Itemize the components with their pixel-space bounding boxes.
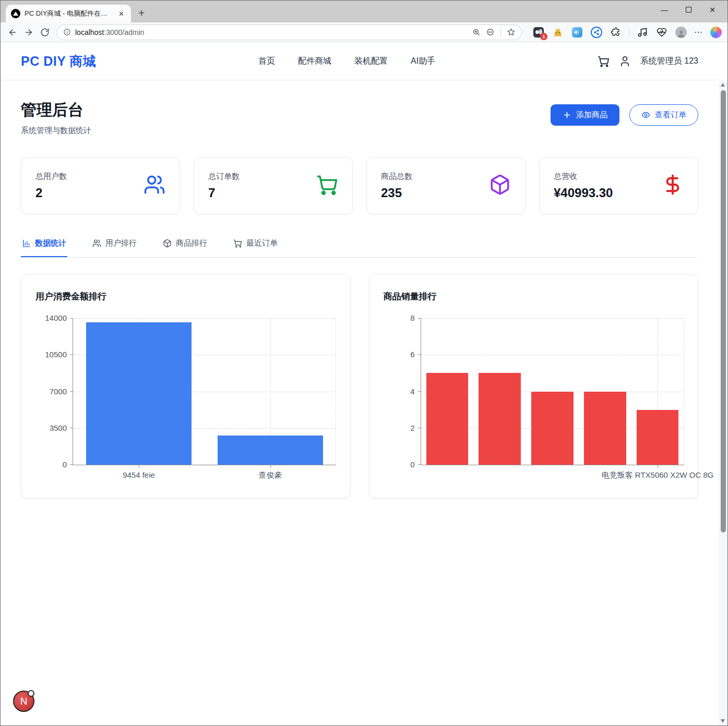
y-axis-tick — [70, 318, 73, 319]
stat-label: 商品总数 — [381, 172, 412, 182]
stat-card-users: 总用户数 2 — [21, 157, 180, 214]
cart-icon — [233, 239, 242, 248]
extension-music-icon[interactable] — [636, 26, 649, 39]
y-axis-tick — [70, 464, 73, 465]
y-axis-tick — [418, 428, 421, 428]
extension-wallet-icon[interactable]: 1 — [532, 26, 545, 39]
tab-data-statistics[interactable]: 数据统计 — [21, 237, 67, 257]
gridline — [73, 318, 336, 319]
stat-value: ¥40993.30 — [554, 186, 613, 200]
y-axis-tick-label: 4 — [410, 388, 414, 396]
y-axis-tick-label: 3500 — [50, 424, 67, 432]
browser-tab[interactable]: PC DIY商城 - 电脑配件在线选购 ✕ — [6, 5, 131, 22]
nav-item-ai-assistant[interactable]: AI助手 — [411, 56, 435, 67]
package-icon — [489, 174, 511, 198]
user-name[interactable]: 系统管理员 123 — [640, 56, 698, 67]
extension-tampermonkey-icon[interactable] — [552, 26, 564, 39]
y-axis-tick-label: 10500 — [45, 350, 67, 359]
x-axis-tick-label: 电竞叛客 RTX5060 X2W OC 8G — [602, 470, 714, 480]
x-axis-tick — [270, 465, 271, 468]
tab-user-ranking[interactable]: 用户排行 — [91, 237, 138, 257]
user-icon[interactable] — [619, 55, 631, 67]
site-info-icon[interactable] — [63, 28, 71, 36]
cart-icon — [316, 174, 338, 198]
vertical-scrollbar[interactable] — [719, 80, 727, 725]
user-spending-bar-chart: 03500700010500140009454 feie查俊豪 — [73, 318, 336, 465]
chart-card-user-spending: 用户消费金额排行 03500700010500140009454 feie查俊豪 — [21, 274, 351, 499]
chart-card-product-sales: 商品销量排行 02468电竞叛客 RTX5060 X2W OC 8G — [369, 274, 699, 499]
divider — [629, 28, 629, 37]
tab-favicon-icon — [11, 9, 20, 18]
url-bar[interactable]: localhost:3000/admin — [56, 25, 522, 40]
y-axis-tick — [70, 354, 73, 355]
favorite-star-icon[interactable] — [507, 28, 515, 36]
chart-bar — [426, 373, 469, 465]
url-text[interactable]: localhost:3000/admin — [75, 28, 468, 37]
nav-item-home[interactable]: 首页 — [258, 56, 275, 67]
y-axis-tick — [418, 464, 421, 465]
browser-titlebar: PC DIY商城 - 电脑配件在线选购 ✕ + — ✕ — [1, 1, 727, 22]
y-axis-tick — [418, 318, 421, 319]
browser-menu-icon[interactable]: ⋯ — [694, 27, 703, 37]
tab-close-icon[interactable]: ✕ — [117, 10, 126, 18]
users-icon — [92, 239, 101, 248]
y-axis-tick-label: 0 — [410, 461, 414, 469]
scroll-thumb[interactable] — [721, 90, 726, 533]
chart-bar — [531, 392, 574, 465]
back-button[interactable] — [6, 25, 19, 40]
view-orders-button[interactable]: 查看订单 — [629, 104, 698, 126]
plus-icon — [563, 111, 571, 119]
stat-label: 总用户数 — [35, 172, 67, 182]
extension-badge: 1 — [540, 33, 547, 40]
browser-window: PC DIY商城 - 电脑配件在线选购 ✕ + — ✕ localhost:30… — [0, 0, 728, 726]
nextjs-dev-badge[interactable]: N — [13, 691, 34, 712]
y-axis-tick — [418, 391, 421, 392]
site-logo[interactable]: PC DIY 商城 — [21, 53, 96, 70]
page: PC DIY 商城 首页 配件商城 装机配置 AI助手 系统管理员 123 管理… — [1, 42, 727, 725]
scroll-down-icon[interactable] — [721, 719, 725, 723]
new-tab-button[interactable]: + — [138, 6, 145, 20]
divider — [500, 28, 501, 37]
stat-label: 总订单数 — [208, 172, 240, 182]
refresh-button[interactable] — [38, 25, 51, 40]
bar-chart-icon — [22, 239, 31, 248]
x-axis-tick — [139, 465, 139, 468]
page-subtitle: 系统管理与数据统计 — [21, 126, 91, 136]
extension-share-icon[interactable] — [590, 26, 603, 39]
copilot-icon[interactable] — [710, 26, 722, 39]
scroll-up-icon[interactable] — [721, 83, 725, 87]
eye-icon — [641, 111, 650, 119]
chart-bar — [218, 435, 323, 465]
tab-product-ranking[interactable]: 商品排行 — [162, 237, 208, 257]
gridline — [421, 318, 684, 319]
nav-item-build-config[interactable]: 装机配置 — [354, 56, 388, 67]
browser-essentials-icon[interactable] — [655, 26, 668, 39]
nav-item-parts-shop[interactable]: 配件商城 — [298, 56, 331, 67]
extensions-puzzle-icon[interactable] — [610, 26, 622, 39]
y-axis-tick-label: 0 — [63, 461, 67, 469]
site-header: PC DIY 商城 首页 配件商城 装机配置 AI助手 系统管理员 123 — [1, 42, 719, 80]
y-axis-tick-label: 7000 — [50, 388, 67, 396]
chart-bar — [479, 373, 521, 465]
maximize-button[interactable] — [676, 6, 700, 14]
window-close-button[interactable]: ✕ — [700, 6, 724, 14]
add-product-button[interactable]: 添加商品 — [551, 104, 619, 126]
chart-title: 商品销量排行 — [384, 291, 437, 302]
product-sales-bar-chart: 02468电竞叛客 RTX5060 X2W OC 8G — [421, 318, 684, 465]
y-axis-tick — [70, 428, 73, 428]
minimize-button[interactable]: — — [652, 6, 676, 14]
profile-avatar[interactable] — [675, 26, 687, 39]
reader-ellipsis-icon[interactable] — [486, 28, 494, 36]
stat-card-revenue: 总营收 ¥40993.30 — [539, 157, 698, 214]
x-axis-tick-label: 9454 feie — [123, 470, 155, 479]
stat-label: 总营收 — [554, 172, 613, 182]
stat-card-orders: 总订单数 7 — [194, 157, 353, 214]
tab-recent-orders[interactable]: 最近订单 — [232, 237, 279, 257]
stat-value: 7 — [208, 186, 240, 200]
forward-button[interactable] — [22, 25, 35, 40]
zoom-icon[interactable] — [472, 28, 480, 36]
chart-bar — [86, 322, 192, 465]
extension-volume-icon[interactable] — [571, 26, 583, 39]
cart-icon[interactable] — [598, 55, 610, 67]
browser-toolbar: localhost:3000/admin 1 — [1, 22, 727, 42]
